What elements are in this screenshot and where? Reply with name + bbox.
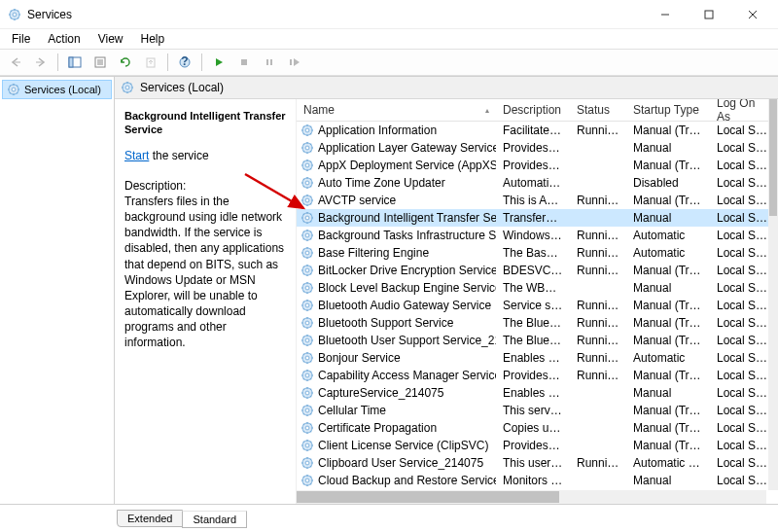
- vertical-scrollbar[interactable]: [768, 99, 778, 490]
- service-row[interactable]: Auto Time Zone UpdaterAutomaticall...Dis…: [297, 174, 778, 192]
- help-button[interactable]: ?: [173, 52, 196, 73]
- service-cell: Running: [570, 333, 626, 348]
- gear-icon: [301, 194, 314, 207]
- service-cell: Manual (Trigg...: [626, 193, 710, 208]
- service-cell: Running: [570, 298, 626, 313]
- svg-rect-27: [270, 59, 272, 65]
- service-row[interactable]: Cellular TimeThis service ...Manual (Tri…: [297, 402, 778, 419]
- service-row[interactable]: Bluetooth Support ServiceThe Bluetoo...R…: [297, 314, 778, 332]
- minimize-button[interactable]: [643, 0, 687, 29]
- service-cell: Automatic: [626, 350, 710, 366]
- service-cell: [570, 164, 626, 166]
- start-service-button[interactable]: [207, 52, 230, 73]
- menu-action[interactable]: Action: [40, 30, 88, 48]
- service-cell: [570, 182, 626, 184]
- service-cell: Provides sup...: [496, 140, 570, 156]
- close-button[interactable]: [730, 0, 774, 29]
- list-header-bar: Services (Local): [115, 77, 778, 99]
- show-hide-tree-button[interactable]: [63, 52, 87, 73]
- tab-extended[interactable]: Extended: [117, 510, 183, 527]
- refresh-button[interactable]: [114, 52, 137, 73]
- service-row[interactable]: Bluetooth Audio Gateway ServiceService s…: [297, 297, 778, 314]
- stop-service-button[interactable]: [232, 52, 256, 73]
- menu-file[interactable]: File: [4, 30, 38, 48]
- service-row[interactable]: AVCTP serviceThis is Audio...RunningManu…: [297, 192, 778, 209]
- maximize-button[interactable]: [687, 0, 730, 29]
- service-cell: Provides infr...: [496, 158, 570, 173]
- service-cell: Windows inf...: [496, 228, 570, 243]
- service-row[interactable]: Bonjour ServiceEnables har...RunningAuto…: [297, 349, 778, 367]
- scroll-thumb[interactable]: [769, 99, 777, 216]
- service-list: Name▴DescriptionStatusStartup TypeLog On…: [296, 99, 778, 504]
- pause-service-button[interactable]: [258, 52, 281, 73]
- gear-icon: [301, 474, 314, 487]
- export-button[interactable]: [139, 52, 162, 73]
- service-cell: Manual (Trigg...: [626, 298, 710, 313]
- service-name-cell: Certificate Propagation: [297, 420, 496, 436]
- service-row[interactable]: BitLocker Drive Encryption ServiceBDESVC…: [297, 262, 778, 279]
- svg-rect-25: [241, 59, 247, 65]
- tree-root-services-local[interactable]: Services (Local): [2, 80, 112, 99]
- service-cell: Provides infr...: [496, 438, 570, 453]
- service-row[interactable]: Client License Service (ClipSVC)Provides…: [297, 437, 778, 454]
- service-row[interactable]: Application Layer Gateway ServiceProvide…: [297, 139, 778, 157]
- gear-icon: [301, 456, 314, 470]
- details-pane: Background Intelligent Transfer Service …: [115, 99, 296, 504]
- service-cell: [570, 392, 626, 394]
- service-cell: [570, 409, 626, 411]
- service-name-cell: Client License Service (ClipSVC): [297, 438, 496, 453]
- service-row[interactable]: Capability Access Manager ServiceProvide…: [297, 367, 778, 384]
- service-cell: Manual: [626, 210, 710, 226]
- service-name-cell: Auto Time Zone Updater: [297, 175, 496, 191]
- properties-button[interactable]: [88, 52, 112, 73]
- service-row[interactable]: Background Tasks Infrastructure ServiceW…: [297, 227, 778, 244]
- service-cell: This user ser...: [496, 455, 570, 471]
- column-header[interactable]: Name▴: [297, 99, 496, 121]
- service-row[interactable]: Bluetooth User Support Service_214075The…: [297, 332, 778, 349]
- service-cell: Running: [570, 123, 626, 138]
- column-headers: Name▴DescriptionStatusStartup TypeLog On…: [297, 99, 778, 122]
- menu-view[interactable]: View: [90, 30, 131, 48]
- tab-standard[interactable]: Standard: [182, 511, 247, 528]
- service-cell: Manual (Trigg...: [626, 420, 710, 436]
- gear-icon: [301, 404, 314, 417]
- gear-icon: [301, 211, 314, 225]
- back-button[interactable]: [4, 52, 27, 73]
- service-row[interactable]: Cloud Backup and Restore Service_214...M…: [297, 472, 778, 489]
- gear-icon: [301, 299, 314, 312]
- service-row[interactable]: Application InformationFacilitates th...…: [297, 122, 778, 139]
- description-text: Transfers files in the background using …: [124, 194, 288, 351]
- service-cell: Enables opti...: [496, 385, 570, 401]
- service-cell: The Bluetoo...: [496, 333, 570, 348]
- start-link[interactable]: Start: [124, 149, 149, 162]
- column-header[interactable]: Status: [570, 99, 626, 121]
- service-row[interactable]: Certificate PropagationCopies user ...Ma…: [297, 419, 778, 437]
- service-cell: Monitors th...: [496, 473, 570, 488]
- service-row[interactable]: Background Intelligent Transfer ServiceT…: [297, 209, 778, 227]
- gear-icon: [301, 369, 314, 382]
- gear-icon: [301, 246, 314, 260]
- service-name-cell: BitLocker Drive Encryption Service: [297, 263, 496, 278]
- service-cell: Automatic: [626, 228, 710, 243]
- restart-service-button[interactable]: [283, 52, 306, 73]
- scroll-thumb[interactable]: [297, 491, 559, 503]
- forward-button[interactable]: [29, 52, 53, 73]
- gear-icon: [301, 421, 314, 435]
- column-header[interactable]: Description: [496, 99, 570, 121]
- horizontal-scrollbar[interactable]: [297, 490, 766, 504]
- service-row[interactable]: CaptureService_214075Enables opti...Manu…: [297, 384, 778, 402]
- service-cell: Running: [570, 245, 626, 261]
- service-cell: Manual: [626, 473, 710, 488]
- service-cell: The WBENGI...: [496, 280, 570, 296]
- service-row[interactable]: Clipboard User Service_214075This user s…: [297, 454, 778, 472]
- menubar: File Action View Help: [0, 29, 778, 49]
- menu-help[interactable]: Help: [133, 30, 173, 48]
- service-row[interactable]: AppX Deployment Service (AppXSVC)Provide…: [297, 157, 778, 174]
- gear-icon: [301, 316, 314, 330]
- service-cell: Running: [570, 263, 626, 278]
- service-row[interactable]: Base Filtering EngineThe Base Filt...Run…: [297, 244, 778, 262]
- tree-root-label: Services (Local): [24, 84, 101, 95]
- column-header[interactable]: Startup Type: [626, 99, 710, 121]
- service-row[interactable]: Block Level Backup Engine ServiceThe WBE…: [297, 279, 778, 297]
- service-cell: The Base Filt...: [496, 245, 570, 261]
